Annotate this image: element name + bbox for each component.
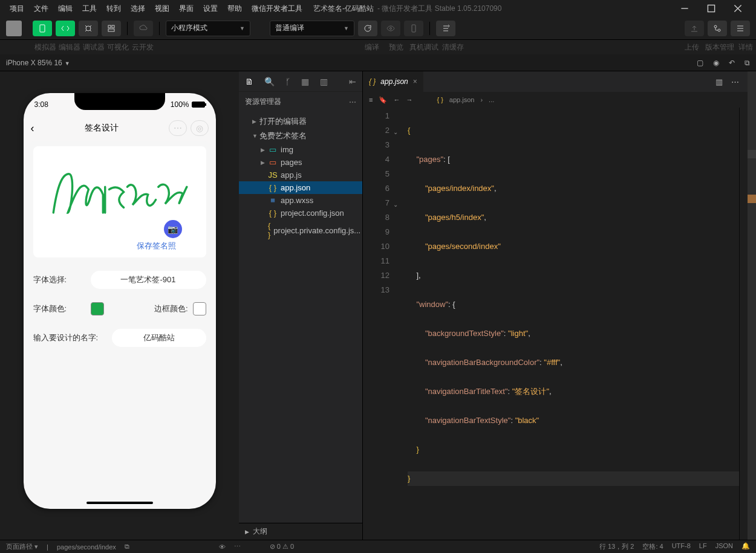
label-debug: 调试器 [82, 42, 106, 53]
minimize-button[interactable] [671, 0, 698, 17]
close-button[interactable] [725, 0, 751, 17]
menu-select[interactable]: 选择 [126, 4, 150, 14]
crumb-file[interactable]: app.json [449, 96, 475, 103]
save-link[interactable]: 保存签名照 [39, 237, 200, 251]
tree-file-appjs[interactable]: JSapp.js [239, 169, 362, 181]
more-icon[interactable]: ⋯ [349, 98, 356, 106]
tree-project[interactable]: ▼免费艺术签名 [239, 129, 362, 143]
compile-button[interactable] [358, 21, 377, 36]
status-more-icon[interactable]: ⋯ [234, 543, 241, 551]
phone-frame: 3:08 100% ‹ 签名设计 ⋯ ◎ 📷 保存签名照 [24, 93, 216, 509]
border-color-swatch[interactable] [193, 302, 206, 315]
status-lang[interactable]: JSON [715, 542, 733, 551]
fwdnav-icon[interactable]: → [406, 96, 412, 103]
simulator-panel: 3:08 100% ‹ 签名设计 ⋯ ◎ 📷 保存签名照 [0, 71, 239, 540]
label-cloud: 云开发 [130, 42, 155, 53]
tree-file-pcj[interactable]: { }project.config.json [239, 207, 362, 219]
simulator-button[interactable] [33, 21, 52, 36]
mp-navbar: ‹ 签名设计 ⋯ ◎ [24, 118, 216, 138]
mode-dropdown[interactable]: 小程序模式▼ [166, 21, 250, 36]
status-path[interactable]: pages/second/index [57, 543, 116, 551]
tree-folder-pages[interactable]: ▶▭pages [239, 156, 362, 169]
list-icon[interactable]: ≡ [369, 96, 373, 103]
menu-goto[interactable]: 转到 [102, 4, 126, 14]
code-content[interactable]: { "pages": [ "pages/index/index", "pages… [394, 108, 739, 540]
menu-view[interactable]: 视图 [150, 4, 174, 14]
status-time: 3:08 [34, 100, 48, 109]
minimap[interactable] [739, 108, 748, 540]
status-pagepath-label[interactable]: 页面路径 ▾ [6, 542, 38, 551]
home-indicator [86, 502, 153, 504]
tab-git-icon[interactable]: ᚶ [285, 77, 290, 86]
bell-icon[interactable]: 🔔 [741, 542, 750, 551]
tree-open-editors[interactable]: ▶打开的编辑器 [239, 114, 362, 129]
main-area: 3:08 100% ‹ 签名设计 ⋯ ◎ 📷 保存签名照 [0, 71, 756, 540]
status-lncol[interactable]: 行 13，列 2 [599, 542, 634, 551]
tree-file-appjson[interactable]: { }app.json [239, 181, 362, 194]
tab-search-icon[interactable]: 🔍 [264, 77, 275, 86]
debugger-button[interactable] [79, 21, 98, 36]
font-label: 字体选择: [33, 274, 91, 285]
preview-button[interactable] [381, 21, 400, 36]
tab-files-icon[interactable]: 🗎 [245, 77, 253, 86]
maximize-button[interactable] [698, 0, 725, 17]
capsule-close[interactable]: ◎ [191, 120, 209, 136]
menu-help[interactable]: 帮助 [223, 4, 247, 14]
tree-file-appwxss[interactable]: ≡app.wxss [239, 194, 362, 207]
status-spaces[interactable]: 空格: 4 [642, 542, 663, 551]
tree-folder-img[interactable]: ▶▭img [239, 143, 362, 156]
window-controls [671, 0, 751, 17]
scrollbar-track[interactable] [748, 71, 756, 540]
clearcache-button[interactable] [436, 21, 455, 36]
editor-tab-appjson[interactable]: { }app.json× [363, 71, 423, 92]
tree-file-ppcj[interactable]: { }project.private.config.js... [239, 219, 362, 241]
copy-path-icon[interactable]: ⧉ [125, 543, 129, 551]
status-encoding[interactable]: UTF-8 [672, 542, 691, 551]
visualize-button[interactable] [102, 21, 121, 36]
explorer-header: 资源管理器⋯ [239, 92, 362, 112]
compile-dropdown[interactable]: 普通编译▼ [270, 21, 354, 36]
more-editor-icon[interactable]: ⋯ [731, 77, 739, 86]
device-select[interactable]: iPhone X 85% 16▼ [6, 59, 70, 67]
menu-settings[interactable]: 设置 [198, 4, 223, 14]
tab-build-icon[interactable]: ▥ [320, 77, 328, 86]
side-tabs: 🗎 🔍 ᚶ ▦ ▥ ⇤ [239, 71, 362, 92]
menu-file[interactable]: 文件 [29, 4, 53, 14]
realdebug-button[interactable] [404, 21, 423, 36]
detail-button[interactable] [731, 21, 750, 36]
upload-button[interactable] [685, 21, 704, 36]
cloud-button[interactable] [134, 21, 153, 36]
avatar[interactable] [6, 21, 22, 36]
font-select[interactable]: 一笔艺术签-901 [91, 271, 206, 289]
close-tab-icon[interactable]: × [413, 77, 417, 86]
version-button[interactable] [708, 21, 727, 36]
visibility-icon[interactable]: 👁 [219, 543, 226, 551]
crumb-more[interactable]: ... [489, 96, 494, 103]
gutter: 1 2⌄ 3 4 5 6 7⌄ 8 9 10 11 12 13 [363, 108, 394, 540]
menu-ui[interactable]: 界面 [174, 4, 198, 14]
editor-button[interactable] [56, 21, 75, 36]
back-icon[interactable]: ↶ [729, 59, 735, 67]
tab-collapse-icon[interactable]: ⇤ [349, 77, 356, 86]
rotate-icon[interactable]: ▢ [697, 59, 703, 67]
capsule-menu[interactable]: ⋯ [169, 120, 187, 136]
device-actions: ▢ ◉ ↶ ⧉ [697, 59, 750, 67]
copy-icon[interactable]: ⧉ [745, 59, 750, 67]
menu-project[interactable]: 项目 [5, 4, 29, 14]
status-eol[interactable]: LF [699, 542, 707, 551]
outline-header[interactable]: ▶大纲 [239, 523, 362, 540]
font-color-swatch[interactable] [91, 302, 104, 315]
backnav-icon[interactable]: ← [393, 96, 400, 103]
name-input[interactable]: 亿码酷站 [112, 329, 206, 347]
tab-ext-icon[interactable]: ▦ [301, 77, 309, 86]
bookmark-icon[interactable]: 🔖 [379, 96, 387, 104]
status-errors[interactable]: ⊘ 0 ⚠ 0 [270, 543, 294, 551]
menu-tool[interactable]: 工具 [77, 4, 102, 14]
split-icon[interactable]: ▥ [715, 77, 723, 86]
menu-wechat[interactable]: 微信开发者工具 [247, 4, 307, 14]
record-icon[interactable]: ◉ [713, 59, 719, 67]
camera-icon[interactable]: 📷 [164, 220, 182, 238]
menu-edit[interactable]: 编辑 [53, 4, 77, 14]
code-area[interactable]: 1 2⌄ 3 4 5 6 7⌄ 8 9 10 11 12 13 { "pages… [363, 108, 748, 540]
status-bar: 3:08 100% [24, 100, 216, 109]
